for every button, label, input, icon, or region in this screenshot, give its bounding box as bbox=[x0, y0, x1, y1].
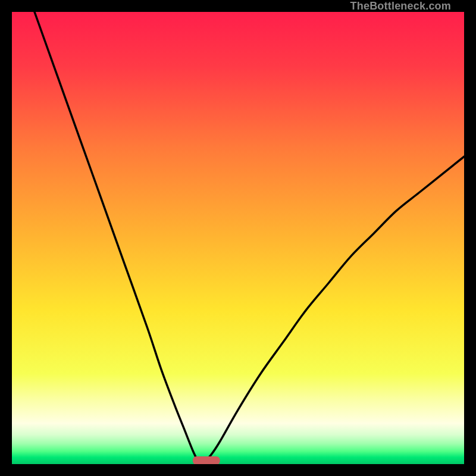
watermark-text: TheBottleneck.com bbox=[350, 0, 451, 12]
chart-svg bbox=[12, 12, 464, 464]
optimum-marker bbox=[193, 456, 220, 464]
gradient-background bbox=[12, 12, 464, 464]
chart-frame: TheBottleneck.com bbox=[12, 0, 464, 464]
plot-area bbox=[12, 12, 464, 464]
